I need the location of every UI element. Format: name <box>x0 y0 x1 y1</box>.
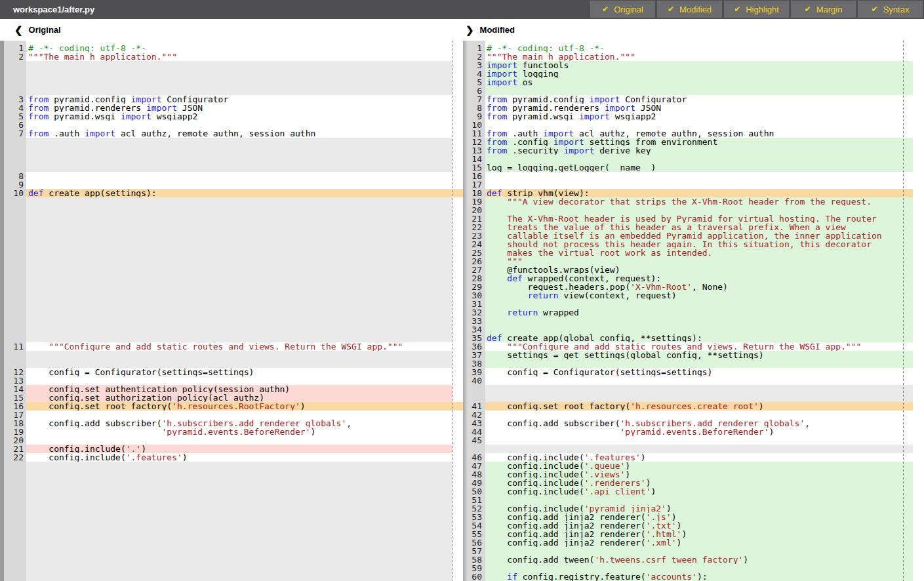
right-code-line[interactable] <box>485 547 913 555</box>
right-code-line[interactable]: from .security import derive_key <box>485 146 913 155</box>
right-code-line[interactable]: makes the virtual root work as intended. <box>485 249 913 257</box>
left-code-line[interactable] <box>26 572 452 581</box>
right-code-line[interactable]: config.add_tween('h.tweens.csrf_tween_fa… <box>485 555 913 564</box>
left-code-line[interactable] <box>26 334 452 342</box>
right-code-line[interactable]: def strip_vhm(view): <box>485 189 913 197</box>
left-code-line[interactable] <box>26 180 452 189</box>
toggle-margin-button[interactable]: ✔Margin <box>791 1 856 18</box>
left-code-line[interactable] <box>26 462 452 470</box>
right-code-line[interactable]: config.add_jinja2_renderer('.html') <box>485 530 913 538</box>
left-code-line[interactable] <box>26 78 452 87</box>
left-code-line[interactable] <box>26 146 452 155</box>
right-code-line[interactable]: request.headers.pop('X-Vhm-Root', None) <box>485 283 913 291</box>
right-code-line[interactable]: from pyramid.renderers import JSON <box>485 104 913 112</box>
left-code-line[interactable]: config.include('.features') <box>26 453 452 462</box>
right-code-line[interactable] <box>485 180 913 189</box>
left-code-line[interactable] <box>26 513 452 521</box>
right-code-line[interactable]: if config.registry.feature('accounts'): <box>485 572 913 581</box>
right-code-line[interactable] <box>485 496 913 504</box>
right-code-line[interactable] <box>485 564 913 572</box>
right-code-line[interactable] <box>485 385 913 393</box>
right-code-line[interactable]: log = logging.getLogger(__name__) <box>485 163 913 172</box>
right-code-line[interactable]: def wrapped(context, request): <box>485 274 913 283</box>
left-code-line[interactable] <box>26 155 452 163</box>
left-code-line[interactable] <box>26 121 452 129</box>
left-code-line[interactable] <box>26 547 452 555</box>
right-code-line[interactable]: should not process this header again. In… <box>485 240 913 249</box>
right-code-line[interactable] <box>485 155 913 163</box>
right-code-line[interactable]: import logging <box>485 70 913 78</box>
right-code-line[interactable]: from .config import settings_from_enviro… <box>485 138 913 146</box>
right-code-line[interactable]: def create_app(global_config, **settings… <box>485 334 913 342</box>
right-code-line[interactable]: from .auth import acl_authz, remote_auth… <box>485 129 913 138</box>
right-code-line[interactable]: config.add_jinja2_renderer('.js') <box>485 513 913 521</box>
left-code-line[interactable] <box>26 197 452 206</box>
right-code-line[interactable]: config.set_root_factory('h.resources.cre… <box>485 402 913 411</box>
right-code-line[interactable]: @functools.wraps(view) <box>485 266 913 274</box>
left-code-line[interactable] <box>26 206 452 214</box>
toggle-highlight-button[interactable]: ✔Highlight <box>724 1 789 18</box>
left-code-line[interactable] <box>26 521 452 530</box>
right-code-line[interactable]: 'pyramid.events.BeforeRender') <box>485 428 913 436</box>
right-code-line[interactable]: # -*- coding: utf-8 -*- <box>485 44 913 52</box>
right-code-line[interactable]: settings = get_settings(global_config, *… <box>485 351 913 359</box>
left-code-line[interactable] <box>26 479 452 487</box>
left-code-line[interactable]: from .auth import acl_authz, remote_auth… <box>26 129 452 138</box>
left-code-line[interactable]: """The main h application.""" <box>26 52 452 61</box>
left-code-line[interactable] <box>26 138 452 146</box>
right-code-line[interactable]: config.include('.views') <box>485 470 913 479</box>
left-code-line[interactable] <box>26 249 452 257</box>
left-code-line[interactable] <box>26 351 452 359</box>
right-code-line[interactable]: import os <box>485 78 913 87</box>
left-code-line[interactable]: config.add_subscriber('h.subscribers.add… <box>26 419 452 428</box>
right-code-line[interactable] <box>485 317 913 325</box>
left-code-line[interactable] <box>26 496 452 504</box>
right-code-line[interactable]: """The main h application.""" <box>485 52 913 61</box>
left-code-line[interactable] <box>26 214 452 223</box>
right-code-line[interactable]: config.include('.renderers') <box>485 479 913 487</box>
left-code-line[interactable] <box>26 470 452 479</box>
right-code-line[interactable]: treats the value of this header as a tra… <box>485 223 913 231</box>
left-code-line[interactable] <box>26 283 452 291</box>
left-code-line[interactable] <box>26 61 452 70</box>
left-code-line[interactable]: from pyramid.config import Configurator <box>26 95 452 104</box>
left-code-line[interactable] <box>26 70 452 78</box>
right-code-line[interactable] <box>485 87 913 95</box>
left-code-line[interactable] <box>26 257 452 266</box>
right-code-line[interactable] <box>485 436 913 445</box>
left-code-line[interactable]: 'pyramid.events.BeforeRender') <box>26 428 452 436</box>
left-code-line[interactable] <box>26 504 452 513</box>
right-code-line[interactable]: """ <box>485 257 913 266</box>
left-code-line[interactable] <box>26 487 452 496</box>
right-code-line[interactable]: config.add_jinja2_renderer('.xml') <box>485 538 913 547</box>
left-code-line[interactable] <box>26 308 452 317</box>
left-code-line[interactable] <box>26 564 452 572</box>
right-code-line[interactable]: config = Configurator(settings=settings) <box>485 368 913 376</box>
left-code-line[interactable] <box>26 359 452 368</box>
left-code-line[interactable]: config.include('.') <box>26 445 452 453</box>
left-code-line[interactable] <box>26 231 452 240</box>
left-code-line[interactable] <box>26 538 452 547</box>
left-code-line[interactable] <box>26 291 452 300</box>
right-code-line[interactable]: config.include('.features') <box>485 453 913 462</box>
right-code-line[interactable] <box>485 411 913 419</box>
toggle-original-button[interactable]: ✔Original <box>590 1 655 18</box>
right-code-line[interactable]: from pyramid.wsgi import wsgiapp2 <box>485 112 913 121</box>
right-code-line[interactable] <box>485 325 913 334</box>
left-code-line[interactable] <box>26 223 452 231</box>
right-code-line[interactable] <box>485 172 913 180</box>
left-code-line[interactable]: """Configure and add static routes and v… <box>26 342 452 351</box>
left-code-line[interactable] <box>26 325 452 334</box>
right-code-line[interactable]: from pyramid.config import Configurator <box>485 95 913 104</box>
left-code-line[interactable]: config = Configurator(settings=settings) <box>26 368 452 376</box>
right-code-line[interactable]: import functools <box>485 61 913 70</box>
left-code-line[interactable] <box>26 317 452 325</box>
right-code-line[interactable] <box>485 300 913 308</box>
toggle-modified-button[interactable]: ✔Modified <box>657 1 722 18</box>
right-code-line[interactable] <box>485 445 913 453</box>
right-code-line[interactable] <box>485 393 913 402</box>
right-code-line[interactable]: config.add_subscriber('h.subscribers.add… <box>485 419 913 428</box>
right-code-line[interactable]: """Configure and add static routes and v… <box>485 342 913 351</box>
left-code-line[interactable]: from pyramid.renderers import JSON <box>26 104 452 112</box>
left-code-line[interactable] <box>26 274 452 283</box>
